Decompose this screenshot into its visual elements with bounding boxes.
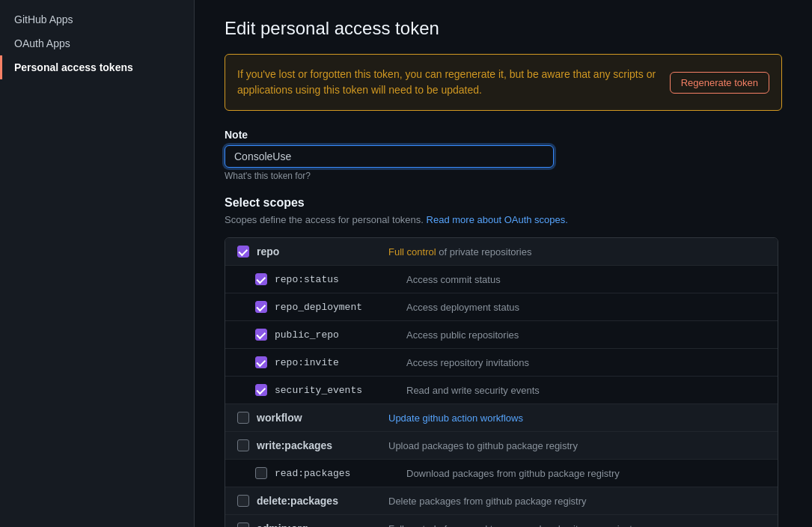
public-repo-checkbox-wrap[interactable] [255, 329, 267, 341]
scope-row-workflow: workflow Update github action workflows [225, 404, 778, 432]
delete-packages-checkbox[interactable] [237, 495, 249, 507]
repo-deployment-checkbox-wrap[interactable] [255, 301, 267, 313]
delete-packages-checkbox-wrap[interactable] [237, 495, 249, 507]
admin-org-checkbox-wrap[interactable] [237, 523, 249, 527]
repo-scope-desc: Full control of private repositories [388, 246, 766, 258]
public-repo-scope-desc: Access public repositories [406, 329, 766, 341]
public-repo-scope-name: public_repo [275, 329, 394, 341]
repo-deployment-scope-name: repo_deployment [275, 302, 394, 313]
regenerate-token-button[interactable]: Regenerate token [670, 72, 769, 94]
repo-invite-scope-desc: Access repository invitations [406, 357, 766, 368]
workflow-checkbox-wrap[interactable] [237, 412, 249, 424]
scope-row-admin-org: admin:org Full control of orgs and teams… [225, 515, 778, 527]
page-title: Edit personal access token [225, 18, 782, 39]
scopes-desc-text: Scopes define the access for personal to… [225, 214, 424, 225]
write-packages-checkbox[interactable] [237, 439, 249, 451]
scope-row-write-packages: write:packages Upload packages to github… [225, 432, 778, 460]
security-events-checkbox-wrap[interactable] [255, 384, 267, 396]
repo-invite-checkbox[interactable] [255, 356, 267, 368]
note-input[interactable] [225, 145, 554, 168]
repo-deployment-scope-desc: Access deployment status [406, 302, 766, 313]
admin-org-scope-desc: Full control of orgs and teams, read and… [388, 523, 766, 528]
write-packages-scope-name: write:packages [257, 439, 376, 451]
security-events-scope-name: security_events [275, 385, 394, 396]
admin-org-checkbox[interactable] [237, 523, 249, 527]
delete-packages-scope-name: delete:packages [257, 495, 376, 507]
repo-invite-checkbox-wrap[interactable] [255, 356, 267, 368]
repo-checkbox[interactable] [237, 246, 249, 258]
sidebar: GitHub Apps OAuth Apps Personal access t… [0, 0, 195, 527]
scopes-title: Select scopes [225, 196, 782, 210]
sidebar-item-personal-access-tokens[interactable]: Personal access tokens [0, 55, 194, 79]
workflow-scope-desc: Update github action workflows [388, 412, 766, 424]
sidebar-item-github-apps[interactable]: GitHub Apps [0, 7, 194, 31]
scopes-link[interactable]: Read more about OAuth scopes. [427, 214, 568, 225]
scope-row-public-repo: public_repo Access public repositories [225, 321, 778, 349]
repo-status-scope-name: repo:status [275, 274, 394, 285]
repo-invite-scope-name: repo:invite [275, 357, 394, 368]
security-events-checkbox[interactable] [255, 384, 267, 396]
repo-status-checkbox-wrap[interactable] [255, 273, 267, 285]
delete-packages-scope-desc: Delete packages from github package regi… [388, 496, 766, 507]
public-repo-checkbox[interactable] [255, 329, 267, 341]
scope-row-repo-deployment: repo_deployment Access deployment status [225, 293, 778, 321]
warning-box: If you've lost or forgotten this token, … [225, 54, 782, 111]
repo-checkbox-wrap[interactable] [237, 246, 249, 258]
read-packages-scope-name: read:packages [275, 468, 394, 479]
scope-row-security-events: security_events Read and write security … [225, 377, 778, 404]
read-packages-checkbox-wrap[interactable] [255, 467, 267, 479]
workflow-scope-name: workflow [257, 412, 376, 424]
workflow-desc-highlight: Update github action workflows [388, 412, 523, 424]
note-label: Note [225, 129, 782, 141]
write-packages-scope-desc: Upload packages to github package regist… [388, 440, 766, 451]
scopes-section: Select scopes Scopes define the access f… [225, 196, 782, 527]
note-section: Note What's this token for? [225, 129, 782, 181]
scope-row-repo-invite: repo:invite Access repository invitation… [225, 349, 778, 377]
repo-status-scope-desc: Access commit status [406, 274, 766, 285]
scope-row-delete-packages: delete:packages Delete packages from git… [225, 487, 778, 515]
admin-org-scope-name: admin:org [257, 523, 376, 527]
warning-text: If you've lost or forgotten this token, … [237, 67, 658, 98]
repo-status-checkbox[interactable] [255, 273, 267, 285]
main-content: Edit personal access token If you've los… [195, 0, 812, 527]
scope-row-repo-status: repo:status Access commit status [225, 266, 778, 293]
sidebar-item-oauth-apps[interactable]: OAuth Apps [0, 31, 194, 55]
write-packages-checkbox-wrap[interactable] [237, 439, 249, 451]
repo-scope-name: repo [257, 246, 376, 258]
scope-row-repo: repo Full control of private repositorie… [225, 238, 778, 266]
scopes-description: Scopes define the access for personal to… [225, 214, 782, 225]
security-events-scope-desc: Read and write security events [406, 385, 766, 396]
scope-row-read-packages: read:packages Download packages from git… [225, 460, 778, 487]
repo-deployment-checkbox[interactable] [255, 301, 267, 313]
read-packages-checkbox[interactable] [255, 467, 267, 479]
workflow-checkbox[interactable] [237, 412, 249, 424]
note-hint: What's this token for? [225, 171, 782, 181]
read-packages-scope-desc: Download packages from github package re… [406, 468, 766, 479]
repo-desc-highlight: Full control [388, 246, 439, 258]
scopes-table: repo Full control of private repositorie… [225, 237, 778, 527]
